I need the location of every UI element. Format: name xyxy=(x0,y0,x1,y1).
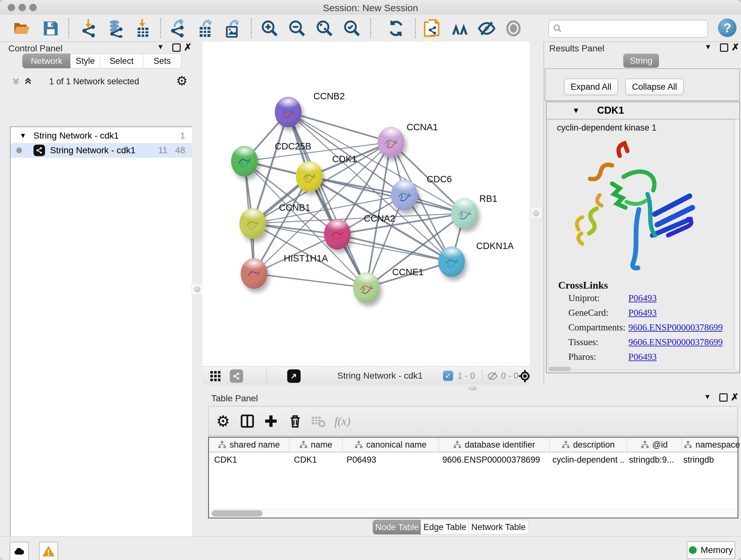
crosslink-link[interactable]: 9606.ENSP00000378699 xyxy=(628,322,723,333)
network-options-gear-icon[interactable]: ⚙ xyxy=(176,73,188,88)
tab-select[interactable]: Select xyxy=(99,54,144,68)
gene-card-header[interactable]: ▼ CDK1 xyxy=(547,102,739,119)
birdseye-view-icon[interactable] xyxy=(209,370,221,383)
network-node-rb1[interactable] xyxy=(451,198,478,229)
import-table-file-icon[interactable] xyxy=(132,18,153,39)
network-row[interactable]: String Network - cdk1 11 48 xyxy=(10,143,192,158)
export-image-icon[interactable] xyxy=(222,18,244,39)
show-all-icon[interactable] xyxy=(503,18,524,39)
table-panel-float-icon[interactable] xyxy=(719,393,728,403)
crosslink-link[interactable]: P06493 xyxy=(628,352,657,362)
left-splitter-handle[interactable] xyxy=(192,284,203,295)
control-panel-close-icon[interactable]: ✗ xyxy=(184,44,192,51)
gene-expander-icon[interactable]: ▼ xyxy=(572,106,580,115)
search-input[interactable] xyxy=(565,21,703,35)
tab-network-table[interactable]: Network Table xyxy=(468,520,529,535)
network-node-ccna1[interactable] xyxy=(378,127,404,158)
table-panel-menu-icon[interactable]: ▼ xyxy=(704,393,711,401)
tab-string[interactable]: String xyxy=(623,54,659,68)
right-splitter-handle[interactable] xyxy=(530,207,542,219)
zoom-in-icon[interactable] xyxy=(259,18,280,39)
search-field[interactable] xyxy=(548,20,708,38)
table-panel-close-icon[interactable]: ✗ xyxy=(731,394,739,400)
column-header-namespace[interactable]: namespace xyxy=(682,438,741,452)
tab-network[interactable]: Network xyxy=(22,54,71,68)
collection-expander-icon[interactable]: ▼ xyxy=(19,132,26,140)
column-header-canonical-name[interactable]: canonical name xyxy=(343,438,439,452)
network-collection-row[interactable]: ▼ String Network - cdk1 1 xyxy=(10,128,192,143)
tab-edge-table[interactable]: Edge Table xyxy=(421,520,469,535)
column-header-shared-name[interactable]: shared name xyxy=(209,438,289,452)
table-hscroll-thumb[interactable] xyxy=(212,510,263,516)
zoom-out-icon[interactable] xyxy=(286,18,308,39)
crosslink-link[interactable]: 9606.ENSP00000378699 xyxy=(628,337,723,348)
network-node-ccne1[interactable] xyxy=(353,272,380,303)
collapse-all-button[interactable]: Collapse All xyxy=(625,78,684,95)
network-node-cdc25b[interactable] xyxy=(231,146,258,177)
delete-table-icon[interactable] xyxy=(308,411,328,431)
network-node-cdkn1a[interactable] xyxy=(438,246,465,277)
warning-status-icon[interactable] xyxy=(39,542,58,560)
selected-checkbox-icon[interactable]: ✓ xyxy=(443,371,453,381)
hidden-eye-icon[interactable] xyxy=(487,371,498,383)
right-splitter[interactable] xyxy=(530,42,544,385)
crosslink-label: Tissues: xyxy=(568,337,598,347)
add-column-icon[interactable] xyxy=(261,411,281,431)
network-node-cdc6[interactable] xyxy=(391,180,418,210)
title-bar[interactable]: Session: New Session xyxy=(0,0,741,15)
detach-view-icon[interactable] xyxy=(287,369,300,383)
delete-column-icon[interactable] xyxy=(285,411,305,431)
network-node-hist1h1a[interactable] xyxy=(241,258,267,289)
import-network-database-icon[interactable] xyxy=(105,18,126,39)
network-node-ccna2[interactable] xyxy=(324,219,351,250)
show-columns-icon[interactable] xyxy=(238,411,257,431)
column-header-name[interactable]: name xyxy=(289,438,343,452)
export-table-icon[interactable] xyxy=(195,18,216,39)
save-session-icon[interactable] xyxy=(40,18,61,39)
network-node-ccnb1[interactable] xyxy=(239,208,266,239)
memory-button[interactable]: Memory xyxy=(687,541,735,559)
export-network-icon[interactable] xyxy=(167,18,188,39)
network-view-title: String Network - cdk1 xyxy=(337,371,423,381)
horizontal-splitter[interactable] xyxy=(202,385,741,392)
results-panel-menu-icon[interactable]: ▼ xyxy=(704,43,712,51)
zoom-fit-icon[interactable] xyxy=(314,18,335,39)
string-style-icon[interactable] xyxy=(230,369,243,383)
results-panel-float-icon[interactable] xyxy=(720,44,728,53)
horizontal-splitter-handle[interactable] xyxy=(468,386,477,391)
expand-all-icon[interactable] xyxy=(23,76,33,87)
collapse-all-icon[interactable] xyxy=(11,76,21,87)
network-node-cdk1[interactable] xyxy=(296,161,323,192)
crosslink-link[interactable]: P06493 xyxy=(628,293,657,303)
expand-all-button[interactable]: Expand All xyxy=(564,78,618,95)
tab-style[interactable]: Style xyxy=(70,54,100,68)
column-header-database-identifier[interactable]: database identifier xyxy=(439,438,550,452)
network-node-ccnb2[interactable] xyxy=(275,97,301,127)
crosslink-link[interactable]: P06493 xyxy=(628,307,657,318)
new-network-from-selection-icon[interactable] xyxy=(422,18,443,39)
zoom-selected-icon[interactable] xyxy=(341,18,362,39)
results-panel-close-icon[interactable]: ✗ xyxy=(731,44,739,51)
apply-layout-icon[interactable] xyxy=(386,18,407,39)
table-cell: stringdb:9... xyxy=(624,452,678,467)
table-settings-gear-icon[interactable]: ⚙ xyxy=(213,411,233,431)
network-canvas[interactable]: CCNB2CCNA1CDC25BCDK1CDC6RB1CCNB1CCNA2CDK… xyxy=(202,42,530,366)
cloud-status-icon[interactable] xyxy=(10,542,29,560)
table-hscrollbar[interactable] xyxy=(209,509,738,517)
first-neighbors-icon[interactable] xyxy=(449,18,470,39)
hide-selected-icon[interactable] xyxy=(476,18,497,39)
left-splitter[interactable] xyxy=(192,42,202,537)
gene-name: CDK1 xyxy=(597,105,624,116)
results-scrollbar[interactable] xyxy=(735,119,739,369)
import-network-file-icon[interactable] xyxy=(78,18,99,39)
column-header-description[interactable]: description xyxy=(550,438,627,452)
help-icon[interactable]: ? xyxy=(718,18,737,37)
tab-sets[interactable]: Sets xyxy=(143,54,181,68)
results-hscroll-thumb[interactable] xyxy=(549,367,571,371)
control-panel-menu-icon[interactable]: ▼ xyxy=(157,43,164,51)
control-panel-float-icon[interactable] xyxy=(172,44,181,53)
column-header--id[interactable]: @id xyxy=(627,438,682,452)
table-row[interactable]: CDK1CDK1P064939606.ENSP00000378699cyclin… xyxy=(209,452,738,467)
tab-node-table[interactable]: Node Table xyxy=(373,520,421,535)
open-session-icon[interactable] xyxy=(11,18,32,39)
